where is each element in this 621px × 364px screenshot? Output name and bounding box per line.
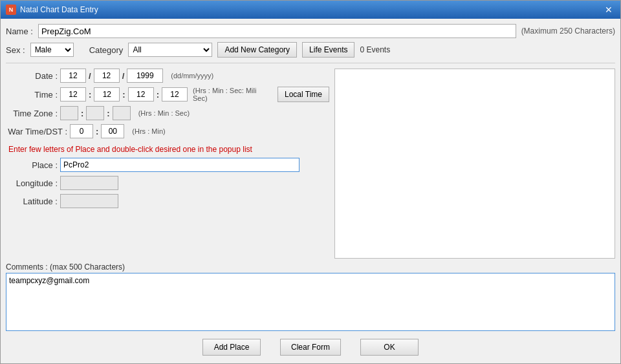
time-sec-input[interactable] bbox=[128, 87, 154, 102]
latitude-input[interactable] bbox=[60, 194, 118, 208]
place-label: Place : bbox=[6, 160, 58, 170]
timezone-row: Time Zone : : : (Hrs : Min : Sec) bbox=[6, 106, 329, 120]
main-area: Date : / / (dd/mm/yyyy) Time : : : : bbox=[6, 69, 615, 259]
place-hint: Enter few letters of Place and double-cl… bbox=[6, 145, 329, 154]
add-place-button[interactable]: Add Place bbox=[202, 339, 261, 356]
title-bar-left: N Natal Chart Data Entry bbox=[6, 5, 98, 15]
close-button[interactable]: ✕ bbox=[602, 3, 615, 16]
time-sep-1: : bbox=[89, 90, 91, 100]
sex-category-row: Sex : Male Female Category All Add New C… bbox=[6, 42, 615, 58]
date-row: Date : / / (dd/mm/yyyy) bbox=[6, 69, 329, 83]
time-row: Time : : : : (Hrs : Min : Sec: Mili Sec)… bbox=[6, 87, 329, 102]
place-row: Place : bbox=[6, 158, 329, 172]
title-bar: N Natal Chart Data Entry ✕ bbox=[1, 1, 620, 19]
window-content: Name : (Maximum 250 Characters) Sex : Ma… bbox=[1, 19, 620, 363]
timezone-h-input[interactable] bbox=[60, 106, 78, 120]
time-sep-3: : bbox=[157, 90, 159, 100]
category-label: Category bbox=[89, 45, 124, 55]
time-label: Time : bbox=[6, 90, 58, 100]
date-label: Date : bbox=[6, 71, 58, 81]
life-events-button[interactable]: Life Events bbox=[302, 42, 354, 58]
time-msec-input[interactable] bbox=[162, 87, 188, 102]
sex-select[interactable]: Male Female bbox=[30, 43, 74, 57]
app-icon: N bbox=[6, 5, 16, 15]
date-month-input[interactable] bbox=[94, 69, 120, 83]
war-h-input[interactable] bbox=[70, 124, 93, 138]
timezone-label: Time Zone : bbox=[6, 109, 58, 118]
date-sep-1: / bbox=[89, 71, 91, 81]
local-time-button[interactable]: Local Time bbox=[278, 87, 329, 102]
date-day-input[interactable] bbox=[60, 69, 86, 83]
tz-sep-2: : bbox=[107, 109, 109, 118]
date-format-hint: (dd/mm/yyyy) bbox=[171, 72, 213, 80]
latitude-label: Latitude : bbox=[6, 197, 58, 206]
divider-1 bbox=[6, 63, 615, 63]
name-row: Name : (Maximum 250 Characters) bbox=[6, 24, 615, 38]
time-hour-input[interactable] bbox=[60, 87, 86, 102]
add-category-button[interactable]: Add New Category bbox=[217, 42, 297, 58]
time-min-input[interactable] bbox=[94, 87, 120, 102]
longitude-row: Longitude : bbox=[6, 176, 329, 190]
time-sep-2: : bbox=[122, 90, 125, 100]
timezone-format-hint: (Hrs : Min : Sec) bbox=[138, 109, 190, 117]
right-panel bbox=[334, 69, 615, 259]
date-sep-2: / bbox=[122, 71, 125, 81]
timezone-m-input[interactable] bbox=[86, 106, 104, 120]
left-panel: Date : / / (dd/mm/yyyy) Time : : : : bbox=[6, 69, 329, 259]
war-m-input[interactable] bbox=[101, 124, 124, 138]
war-sep: : bbox=[96, 127, 98, 136]
tz-sep-1: : bbox=[81, 109, 83, 118]
window-title: Natal Chart Data Entry bbox=[20, 5, 98, 14]
ok-button[interactable]: OK bbox=[360, 339, 419, 356]
longitude-label: Longitude : bbox=[6, 178, 58, 188]
bottom-bar: Add Place Clear Form OK bbox=[6, 335, 615, 358]
latitude-row: Latitude : bbox=[6, 194, 329, 208]
comments-textarea[interactable]: teampcxyz@gmail.com bbox=[6, 273, 615, 331]
war-format-hint: (Hrs : Min) bbox=[132, 127, 165, 135]
date-year-input[interactable] bbox=[127, 69, 163, 83]
timezone-s-input[interactable] bbox=[113, 106, 131, 120]
comments-section: Comments : (max 500 Characters) teampcxy… bbox=[6, 262, 615, 331]
main-window: N Natal Chart Data Entry ✕ Name : (Maxim… bbox=[0, 0, 621, 364]
name-label: Name : bbox=[6, 27, 33, 36]
time-format-hint: (Hrs : Min : Sec: Mili Sec) bbox=[193, 87, 271, 102]
events-count: 0 Events bbox=[360, 45, 390, 54]
war-row: War Time/DST : : (Hrs : Min) bbox=[6, 124, 329, 138]
comments-label: Comments : (max 500 Characters) bbox=[6, 262, 615, 272]
sex-label: Sex : bbox=[6, 45, 25, 55]
war-label: War Time/DST : bbox=[6, 127, 67, 136]
longitude-input[interactable] bbox=[60, 176, 118, 190]
clear-form-button[interactable]: Clear Form bbox=[280, 339, 341, 356]
name-input[interactable] bbox=[38, 24, 516, 38]
place-input[interactable] bbox=[60, 158, 300, 172]
category-select[interactable]: All bbox=[128, 43, 212, 57]
max-chars-hint: (Maximum 250 Characters) bbox=[521, 27, 615, 36]
